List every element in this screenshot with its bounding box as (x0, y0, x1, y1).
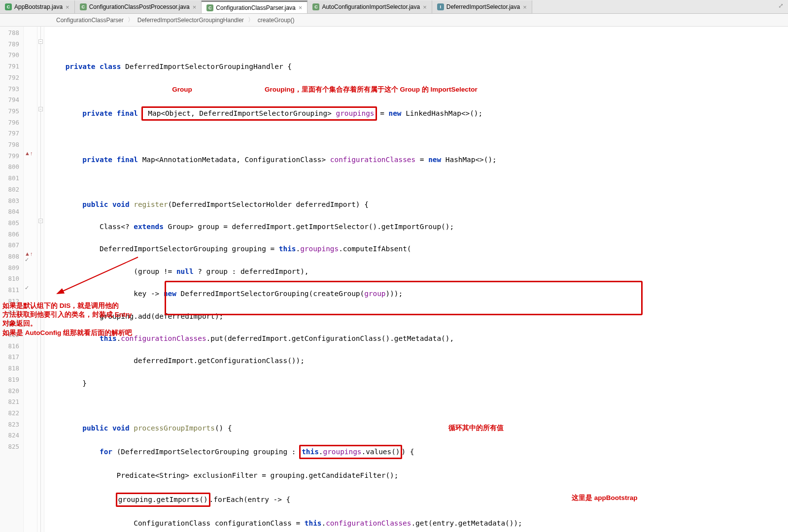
code-line (48, 176, 788, 188)
marker-gutter: ▲↑ ▲↑ ✓ ✓ (24, 27, 37, 532)
tab-label: DeferredImportSelector.java (446, 3, 520, 10)
breadcrumb-item[interactable]: createGroup() (258, 17, 295, 24)
tab-label: ConfigurationClassPostProcessor.java (89, 3, 190, 10)
fold-gutter: − − − (37, 27, 44, 532)
code-line: Predicate<String> exclusionFilter = grou… (48, 470, 788, 481)
check-icon[interactable]: ✓ (25, 285, 29, 291)
annotation-label: 这里是 appBootstrap (572, 493, 638, 504)
tab-configpostproc[interactable]: CConfigurationClassPostProcessor.java× (75, 0, 202, 13)
code-line: private class DeferredImportSelectorGrou… (48, 61, 788, 72)
tab-appbootstrap[interactable]: CAppBootstrap.java× (0, 0, 75, 13)
expand-icon[interactable]: ⤢ (778, 2, 786, 10)
java-class-icon: C (5, 3, 12, 10)
code-line: } (48, 378, 788, 389)
code-line: private final Map<Object, DeferredImport… (48, 106, 788, 121)
annotation-label: Grouping，里面有个集合存着所有属于这个 Group 的 ImportSe… (265, 86, 478, 93)
code-line: DeferredImportSelectorGrouping grouping … (48, 243, 788, 255)
tab-label: ConfigurationClassParser.java (216, 4, 295, 11)
code-line: public void processGroupImports() {循环其中的… (48, 423, 788, 434)
chevron-right-icon: 〉 (128, 16, 134, 24)
code-line (48, 132, 788, 143)
fold-toggle[interactable]: − (38, 39, 43, 44)
annotation-side-note: 如果是默认组下的 DIS，就是调用他的 方法获取到他要引入的类名，封装成 Ent… (2, 301, 132, 337)
tab-autoconfig[interactable]: CAutoConfigurationImportSelector.java× (308, 0, 432, 13)
tab-deferredimport[interactable]: IDeferredImportSelector.java× (432, 0, 532, 13)
code-line (48, 400, 788, 411)
java-class-icon: C (80, 3, 87, 10)
code-line: this.configurationClasses.put(deferredIm… (48, 333, 788, 344)
code-line: key -> new DeferredImportSelectorGroupin… (48, 288, 788, 299)
close-icon[interactable]: × (423, 3, 427, 11)
code-line: grouping.add(deferredImport); (48, 311, 788, 322)
code-line: Class<? extends Group> group = deferredI… (48, 221, 788, 233)
close-icon[interactable]: × (66, 3, 69, 11)
annotation-label: 循环其中的所有值 (448, 423, 504, 434)
annotation-label: Group (172, 86, 192, 93)
tab-label: AppBootstrap.java (14, 3, 63, 10)
close-icon[interactable]: × (299, 4, 303, 11)
code-line: deferredImport.getConfigurationClass()); (48, 355, 788, 366)
line-numbers: 7887897907917927937947957967977987998008… (0, 27, 24, 532)
java-class-icon: C (312, 3, 319, 10)
bookmark-icon[interactable]: ▲↑ (25, 150, 33, 156)
code-line: Group Grouping，里面有个集合存着所有属于这个 Group 的 Im… (48, 84, 788, 96)
breadcrumb: ConfigurationClassParser 〉 DeferredImpor… (0, 14, 788, 27)
breadcrumb-item[interactable]: ConfigurationClassParser (56, 17, 124, 24)
fold-toggle[interactable]: − (38, 107, 43, 111)
chevron-right-icon: 〉 (248, 16, 254, 24)
breadcrumb-item[interactable]: DeferredImportSelectorGroupingHandler (137, 17, 244, 24)
editor-tabs: CAppBootstrap.java× CConfigurationClassP… (0, 0, 788, 14)
code-line: (group != null ? group : deferredImport)… (48, 266, 788, 277)
tab-label: AutoConfigurationImportSelector.java (322, 3, 420, 10)
close-icon[interactable]: × (193, 3, 197, 11)
code-line: public void register(DeferredImportSelec… (48, 199, 788, 210)
code-area[interactable]: private class DeferredImportSelectorGrou… (44, 27, 788, 532)
code-line: for (DeferredImportSelectorGrouping grou… (48, 445, 788, 459)
code-line: grouping.getImports().forEach(entry -> {… (48, 493, 788, 507)
tab-configparser[interactable]: CConfigurationClassParser.java× (202, 0, 308, 13)
java-class-icon: C (206, 4, 213, 11)
close-icon[interactable]: × (523, 3, 527, 11)
fold-toggle[interactable]: − (38, 219, 43, 223)
code-line: ConfigurationClass configurationClass = … (48, 518, 788, 529)
bookmark-icon[interactable]: ▲↑ ✓ (25, 251, 37, 263)
java-interface-icon: I (437, 3, 444, 10)
code-editor[interactable]: 7887897907917927937947957967977987998008… (0, 27, 788, 532)
code-line (48, 39, 788, 50)
code-line: private final Map<AnnotationMetadata, Co… (48, 154, 788, 166)
